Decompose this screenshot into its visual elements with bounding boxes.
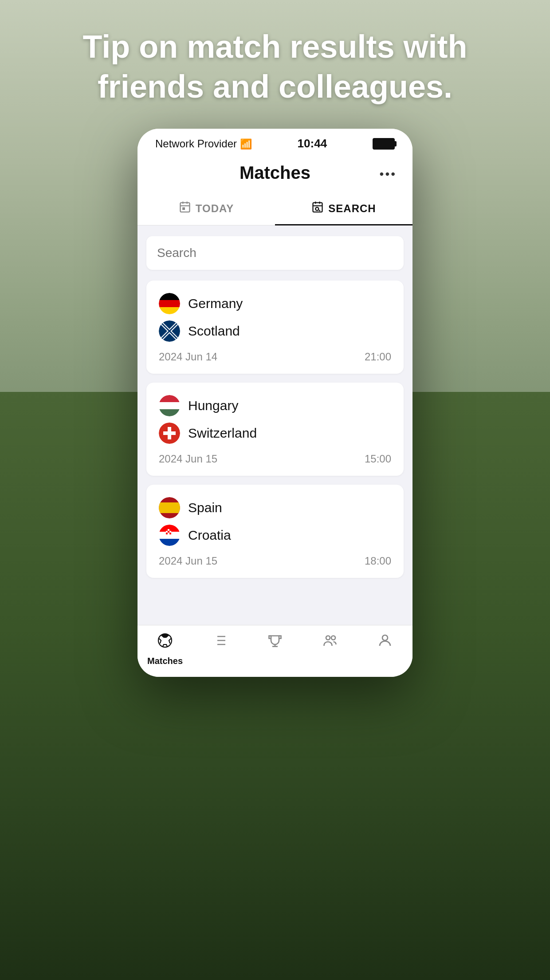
today-calendar-icon (179, 201, 191, 216)
time-display: 10:44 (298, 137, 327, 150)
matches-icon (157, 632, 173, 652)
svg-rect-45 (169, 533, 171, 534)
svg-rect-35 (159, 539, 180, 546)
battery-area (373, 138, 395, 150)
svg-line-10 (319, 210, 320, 211)
flag-scotland (159, 320, 180, 342)
team2-name-3: Croatia (188, 528, 231, 543)
status-bar: Network Provider 📶 10:44 (138, 129, 412, 156)
search-calendar-icon (311, 201, 324, 216)
flag-croatia (159, 525, 180, 546)
svg-rect-28 (163, 431, 176, 435)
tab-search[interactable]: SEARCH (275, 192, 412, 225)
svg-rect-43 (166, 533, 168, 534)
match-date-1: 2024 Jun 14 (159, 351, 217, 363)
match-date-3: 2024 Jun 15 (159, 555, 217, 567)
svg-point-55 (382, 635, 388, 640)
svg-rect-44 (168, 533, 169, 534)
svg-rect-41 (168, 531, 169, 533)
nav-group[interactable] (302, 632, 358, 666)
nav-list[interactable] (192, 632, 248, 666)
nav-trophy[interactable] (248, 632, 302, 666)
team-row-6: Croatia (159, 525, 391, 546)
flag-spain (159, 497, 180, 518)
svg-point-9 (316, 207, 319, 210)
svg-rect-0 (180, 203, 189, 212)
hero-section: Tip on match results with friends and co… (0, 27, 550, 107)
match-time-3: 18:00 (365, 555, 391, 567)
svg-rect-12 (159, 293, 180, 300)
svg-rect-42 (169, 531, 171, 533)
svg-rect-13 (159, 300, 180, 307)
match-date-2: 2024 Jun 15 (159, 453, 217, 465)
svg-rect-38 (168, 529, 169, 531)
network-provider: Network Provider 📶 (155, 138, 252, 150)
match-card-1[interactable]: Germany Scotland (146, 281, 404, 374)
bottom-nav: Matches (138, 625, 412, 677)
match-time-2: 15:00 (365, 453, 391, 465)
phone-frame: Network Provider 📶 10:44 Matches ••• TOD… (138, 129, 412, 677)
svg-rect-14 (159, 307, 180, 314)
team1-name-2: Hungary (188, 398, 238, 413)
team-row-4: Switzerland (159, 423, 391, 444)
svg-rect-4 (183, 208, 185, 209)
team1-name-1: Germany (188, 296, 243, 311)
profile-icon (377, 632, 393, 652)
svg-point-53 (326, 636, 330, 640)
team1-name-3: Spain (188, 500, 222, 515)
team2-name-2: Switzerland (188, 426, 257, 441)
team-row-3: Hungary (159, 395, 391, 416)
content-area: Germany Scotland (138, 225, 412, 625)
wifi-icon: 📶 (240, 138, 252, 150)
svg-rect-31 (159, 502, 180, 513)
hero-title: Tip on match results with friends and co… (35, 27, 515, 107)
svg-rect-22 (159, 395, 180, 402)
flag-hungary (159, 395, 180, 416)
matches-label: Matches (147, 656, 183, 666)
match-footer-1: 2024 Jun 14 21:00 (159, 348, 391, 363)
more-button[interactable]: ••• (380, 167, 397, 181)
flag-germany (159, 293, 180, 314)
svg-point-54 (331, 636, 335, 640)
group-icon (322, 632, 338, 652)
svg-rect-23 (159, 402, 180, 409)
team-row-2: Scotland (159, 320, 391, 342)
tab-today-label: TODAY (196, 202, 234, 215)
match-footer-2: 2024 Jun 15 15:00 (159, 450, 391, 465)
svg-rect-39 (169, 529, 171, 531)
battery-icon (373, 138, 395, 150)
team-row-5: Spain (159, 497, 391, 518)
match-card-3[interactable]: Spain (146, 485, 404, 578)
svg-rect-40 (166, 531, 168, 533)
team-row-1: Germany (159, 293, 391, 314)
match-time-1: 21:00 (365, 351, 391, 363)
search-container[interactable] (146, 236, 404, 270)
nav-profile[interactable] (358, 632, 412, 666)
app-header: Matches ••• (138, 156, 412, 192)
match-footer-3: 2024 Jun 15 18:00 (159, 552, 391, 567)
svg-rect-37 (166, 529, 168, 531)
match-card-2[interactable]: Hungary Switzerland 2024 Jun 15 (146, 383, 404, 476)
list-icon (212, 632, 228, 652)
team2-name-1: Scotland (188, 324, 240, 339)
search-input[interactable] (157, 236, 393, 270)
svg-rect-24 (159, 409, 180, 416)
app-title: Matches (240, 163, 310, 183)
tab-today[interactable]: TODAY (138, 192, 275, 225)
flag-switzerland (159, 423, 180, 444)
trophy-icon (267, 632, 283, 652)
tabs-container: TODAY SEARCH (138, 192, 412, 225)
tab-search-label: SEARCH (328, 202, 376, 215)
nav-matches[interactable]: Matches (138, 632, 192, 666)
